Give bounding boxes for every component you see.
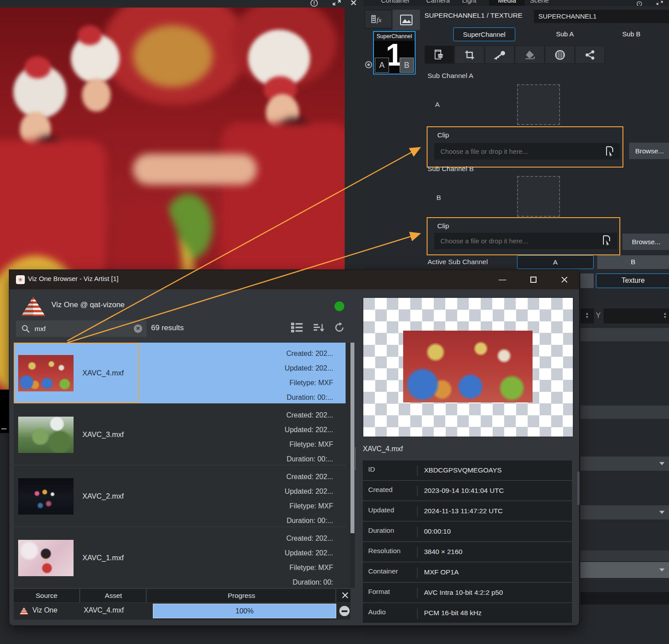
active-sub-b-button[interactable]: B [597, 255, 669, 269]
transfer-remove-button[interactable] [339, 606, 350, 616]
viz-one-logo [20, 296, 46, 318]
menu-camera[interactable]: Camera [426, 0, 450, 6]
background-row [580, 592, 669, 605]
transfer-source-icon [19, 606, 29, 615]
toolbar-sphere-icon[interactable] [545, 46, 575, 64]
result-row-xavc4[interactable]: XAVC_4.mxf Created: 202... Updated: 202.… [14, 343, 346, 404]
close-icon[interactable] [350, 0, 357, 6]
scrollbar-thumb[interactable] [350, 343, 354, 533]
y-axis-input[interactable]: ▲▼ [603, 308, 669, 324]
meta-updated: Updated: 202... [227, 361, 333, 375]
toolbar-key-icon[interactable] [485, 46, 514, 64]
clip-b-input[interactable] [434, 233, 617, 249]
tab-sub-b[interactable]: Sub B [603, 27, 660, 41]
application-root: Container Camera Light Media Scene fx [0, 0, 669, 644]
menu-scene[interactable]: Scene [530, 0, 549, 6]
sub-channel-b-title: Sub Channel B [428, 165, 474, 173]
search-clear-icon[interactable]: ✕ [134, 324, 142, 333]
browse-b-button[interactable]: Browse... [622, 234, 669, 250]
sub-channel-a-dropzone[interactable] [517, 84, 560, 125]
tab-media-assets[interactable] [393, 10, 420, 30]
info-icon[interactable] [310, 0, 318, 7]
meta-created: Created: 202... [227, 469, 333, 484]
meta-created: Created: 202... [227, 531, 333, 546]
spinner-box[interactable]: ▲▼ [580, 308, 594, 324]
meta-filetype: Filetype: MXF [227, 499, 333, 513]
preview-checkerboard [363, 297, 573, 437]
clip-a-filepick-icon[interactable] [605, 146, 615, 156]
background-row [580, 550, 669, 561]
meta-created: Created: 202... [227, 408, 333, 422]
list-scrollbar[interactable] [350, 343, 355, 588]
browse-a-button[interactable]: Browse... [629, 143, 669, 159]
sub-channel-a-title: Sub Channel A [428, 72, 473, 80]
resize-arrows-icon[interactable] [332, 0, 341, 6]
channel-name-text: SUPERCHANNEL1 [538, 12, 597, 20]
result-filename: XAVC_4.mxf [82, 369, 124, 377]
result-row-xavc3[interactable]: XAVC_3.mxf Created: 202... Updated: 202.… [14, 404, 346, 465]
partial-button [580, 273, 594, 288]
meta-row-format: FormatAVC Intra 10-bit 4:2:2 p50 [363, 583, 572, 602]
channel-name-field[interactable]: SUPERCHANNEL1 [534, 10, 669, 23]
preview-header-strip [0, 0, 363, 8]
meta-row-resolution: Resolution3840 × 2160 [363, 542, 572, 562]
result-row-xavc2[interactable]: XAVC_2.mxf Created: 202... Updated: 202.… [14, 466, 346, 527]
transfer-close-icon[interactable] [341, 591, 350, 600]
sort-icon[interactable] [313, 322, 325, 333]
menu-media[interactable]: Media [498, 0, 516, 6]
window-close-button[interactable] [554, 270, 575, 289]
toolbar-clip-icon[interactable] [424, 46, 454, 64]
superchannel-thumb-b[interactable]: B [400, 58, 414, 73]
meta-duration: Duration: 00: [227, 575, 333, 589]
background-dropdown[interactable] [580, 562, 669, 578]
y-axis-label: Y [596, 312, 601, 320]
preview-filename: XAVC_4.mxf [363, 445, 403, 453]
results-list: XAVC_4.mxf Created: 202... Updated: 202.… [14, 343, 350, 588]
sub-channel-b-dropzone[interactable] [517, 176, 560, 217]
transfer-col-source: Source [14, 589, 80, 602]
refresh-icon[interactable] [334, 322, 345, 333]
clip-b-filepick-icon[interactable] [602, 235, 611, 246]
search-input[interactable] [35, 320, 132, 337]
active-sub-a-button[interactable]: A [517, 255, 594, 269]
pane-divider[interactable] [355, 447, 356, 470]
maximize-button[interactable] [523, 270, 544, 289]
toolbar-fill-icon[interactable] [515, 46, 545, 64]
meta-filetype: Filetype: MXF [227, 437, 333, 452]
panel-resize-arrows-icon[interactable] [656, 0, 664, 5]
clip-b-label: Clip [437, 222, 449, 230]
meta-scrollbar[interactable] [577, 472, 580, 505]
list-view-icon[interactable] [291, 322, 303, 333]
superchannel-thumb-a[interactable]: A [375, 58, 389, 73]
texture-button[interactable]: Texture [596, 273, 669, 288]
panel-info-icon[interactable] [636, 0, 643, 6]
tab-superchannel[interactable]: SuperChannel [453, 27, 515, 41]
window-titlebar[interactable]: ✳ Viz One Browser - Viz Artist [1] — [9, 270, 579, 289]
background-dropdown[interactable] [580, 505, 669, 519]
transfer-col-asset: Asset [81, 589, 147, 602]
result-row-xavc1[interactable]: XAVC_1.mxf Created: 202... Updated: 202.… [14, 527, 346, 588]
viz-app-icon: ✳ [16, 275, 25, 284]
superchannel-radio-dot [367, 63, 370, 66]
toolbar-crop-icon[interactable] [455, 46, 484, 64]
transfer-header: Source Asset Progress [14, 589, 350, 602]
menu-container[interactable]: Container [381, 0, 410, 6]
meta-filetype: Filetype: MXF [227, 560, 333, 575]
tab-sub-a[interactable]: Sub A [536, 27, 594, 41]
transfer-source: Viz One [32, 606, 58, 614]
background-left-panel [0, 433, 10, 644]
clip-a-label: Clip [437, 131, 449, 139]
toolbar-share-icon[interactable] [575, 46, 605, 64]
transfer-asset: XAVC_4.mxf [84, 606, 124, 614]
meta-row-container: ContainerMXF OP1A [363, 562, 572, 582]
tab-effects[interactable]: fx [365, 10, 392, 28]
superchannel-thumbnail[interactable]: SuperChannel 1 A B [373, 31, 416, 74]
minimize-button[interactable]: — [492, 270, 513, 289]
search-box: ✕ [16, 320, 147, 337]
clip-a-input[interactable] [434, 143, 620, 160]
meta-updated: Updated: 202... [227, 546, 333, 560]
menu-light[interactable]: Light [462, 0, 477, 6]
meta-updated: Updated: 202... [227, 484, 333, 499]
background-dash [1, 428, 7, 429]
background-dropdown[interactable] [580, 457, 669, 471]
